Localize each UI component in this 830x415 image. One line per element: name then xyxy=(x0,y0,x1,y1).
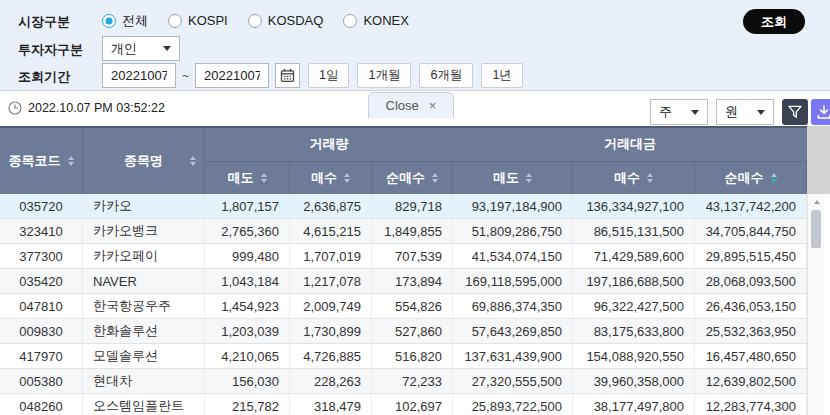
filter-button[interactable] xyxy=(782,99,808,125)
sort-arrows-icon[interactable] xyxy=(68,156,74,166)
table-row[interactable]: 047810 한국항공우주 1,454,923 2,009,749 554,82… xyxy=(0,294,807,319)
investor-type-select[interactable]: 개인 xyxy=(102,36,180,61)
vertical-scrollbar[interactable] xyxy=(807,194,824,415)
cell-volume-sell: 1,807,157 xyxy=(205,194,290,218)
cell-volume-buy: 1,707,019 xyxy=(290,244,372,268)
sort-arrows-icon[interactable] xyxy=(344,173,350,183)
cell-volume-buy: 1,730,899 xyxy=(290,319,372,343)
scrollbar-thumb[interactable] xyxy=(811,210,821,248)
market-type-radio-group: 전체 KOSPI KOSDAQ KONEX xyxy=(102,8,409,33)
radio-selected-icon[interactable] xyxy=(102,14,116,28)
cell-volume-net: 829,718 xyxy=(372,194,453,218)
cell-volume-net: 1,849,855 xyxy=(372,219,453,243)
cell-amount-net: 25,532,363,950 xyxy=(695,319,807,343)
calendar-icon xyxy=(280,68,295,83)
cell-code: 417970 xyxy=(0,344,83,368)
table-body: 035720 카카오 1,807,157 2,636,875 829,718 9… xyxy=(0,194,807,415)
radio-option-kospi[interactable]: KOSPI xyxy=(168,13,228,28)
cell-amount-buy: 96,322,427,500 xyxy=(573,294,695,318)
sort-arrows-icon[interactable] xyxy=(432,173,438,183)
cell-volume-buy: 228,263 xyxy=(290,369,372,393)
close-icon[interactable]: × xyxy=(429,98,437,113)
column-header-amount-net[interactable]: 순매수 xyxy=(695,162,807,195)
cell-code: 048260 xyxy=(0,394,83,415)
cell-volume-sell: 2,765,360 xyxy=(205,219,290,243)
column-header-amount-sell[interactable]: 매도 xyxy=(453,162,573,195)
cell-name: 모델솔루션 xyxy=(83,344,205,368)
chevron-down-icon xyxy=(163,46,171,51)
column-header-volume-net[interactable]: 순매수 xyxy=(372,162,453,195)
table-row[interactable]: 323410 카카오뱅크 2,765,360 4,615,215 1,849,8… xyxy=(0,219,807,244)
cell-name: 한국항공우주 xyxy=(83,294,205,318)
radio-option-label: 전체 xyxy=(122,12,148,30)
sort-arrows-icon[interactable] xyxy=(261,173,267,183)
cell-name: 한화솔루션 xyxy=(83,319,205,343)
cell-code: 005380 xyxy=(0,369,83,393)
cell-volume-buy: 4,615,215 xyxy=(290,219,372,243)
cell-amount-buy: 39,960,358,000 xyxy=(573,369,695,393)
radio-option-all[interactable]: 전체 xyxy=(102,12,148,30)
cell-amount-sell: 51,809,286,750 xyxy=(453,219,573,243)
cell-volume-net: 173,894 xyxy=(372,269,453,293)
cell-volume-buy: 4,726,885 xyxy=(290,344,372,368)
column-header-volume-sell[interactable]: 매도 xyxy=(205,162,290,195)
radio-unselected-icon[interactable] xyxy=(168,14,182,28)
scroll-up-icon[interactable] xyxy=(808,194,825,210)
cell-amount-buy: 71,429,589,600 xyxy=(573,244,695,268)
unit-share-value: 주 xyxy=(659,103,672,121)
cell-volume-sell: 215,782 xyxy=(205,394,290,415)
date-from-input[interactable] xyxy=(102,63,176,88)
column-header-volume-buy[interactable]: 매수 xyxy=(290,162,372,195)
timestamp-text: 2022.10.07 PM 03:52:22 xyxy=(28,101,165,115)
sort-arrows-icon[interactable] xyxy=(647,173,653,183)
table-row[interactable]: 005380 현대차 156,030 228,263 72,233 27,320… xyxy=(0,369,807,394)
column-header-code[interactable]: 종목코드 xyxy=(0,128,83,194)
cell-code: 035720 xyxy=(0,194,83,218)
range-1year-button[interactable]: 1년 xyxy=(481,63,522,88)
sort-arrows-icon[interactable] xyxy=(526,173,532,183)
radio-option-konex[interactable]: KONEX xyxy=(343,13,409,28)
table-row[interactable]: 048260 오스템임플란트 215,782 318,479 102,697 2… xyxy=(0,394,807,415)
unit-currency-select[interactable]: 원 xyxy=(716,99,774,125)
sort-arrows-icon[interactable] xyxy=(771,173,777,183)
cell-volume-buy: 1,217,078 xyxy=(290,269,372,293)
column-header-name[interactable]: 종목명 xyxy=(83,128,205,194)
cell-name: NAVER xyxy=(83,269,205,293)
cell-amount-buy: 38,177,497,800 xyxy=(573,394,695,415)
column-header-label: 순매수 xyxy=(725,169,764,187)
cell-name: 오스템임플란트 xyxy=(83,394,205,415)
table-row[interactable]: 377300 카카오페이 999,480 1,707,019 707,539 4… xyxy=(0,244,807,269)
close-tab-label: Close xyxy=(386,98,419,113)
group-header-amount: 거래대금 xyxy=(453,128,807,162)
table-row[interactable]: 417970 모델솔루션 4,210,065 4,726,885 516,820… xyxy=(0,344,807,369)
download-button[interactable] xyxy=(811,99,830,125)
table-row[interactable]: 035720 카카오 1,807,157 2,636,875 829,718 9… xyxy=(0,194,807,219)
range-1day-button[interactable]: 1일 xyxy=(308,63,349,88)
close-tab[interactable]: Close × xyxy=(368,92,454,118)
cell-amount-sell: 169,118,595,000 xyxy=(453,269,573,293)
range-6month-button[interactable]: 6개월 xyxy=(419,63,473,88)
radio-unselected-icon[interactable] xyxy=(343,14,357,28)
column-group-amount: 거래대금 매도 매수 순매수 xyxy=(453,128,807,194)
cell-amount-buy: 136,334,927,100 xyxy=(573,194,695,218)
table-row[interactable]: 009830 한화솔루션 1,203,039 1,730,899 527,860… xyxy=(0,319,807,344)
column-header-amount-buy[interactable]: 매수 xyxy=(573,162,695,195)
range-1month-button[interactable]: 1개월 xyxy=(357,63,411,88)
cell-amount-buy: 86,515,131,500 xyxy=(573,219,695,243)
query-button[interactable]: 조회 xyxy=(743,9,805,34)
cell-volume-buy: 2,636,875 xyxy=(290,194,372,218)
radio-option-kosdaq[interactable]: KOSDAQ xyxy=(248,13,324,28)
table-row[interactable]: 035420 NAVER 1,043,184 1,217,078 173,894… xyxy=(0,269,807,294)
cell-name: 카카오페이 xyxy=(83,244,205,268)
cell-amount-net: 43,137,742,200 xyxy=(695,194,807,218)
cell-amount-sell: 57,643,269,850 xyxy=(453,319,573,343)
date-to-input[interactable] xyxy=(195,63,269,88)
cell-volume-net: 554,826 xyxy=(372,294,453,318)
calendar-button[interactable] xyxy=(275,63,300,88)
sort-arrows-icon[interactable] xyxy=(190,156,196,166)
cell-amount-net: 28,068,093,500 xyxy=(695,269,807,293)
radio-unselected-icon[interactable] xyxy=(248,14,262,28)
subheader-row: 매도 매수 순매수 xyxy=(205,162,453,195)
cell-volume-net: 102,697 xyxy=(372,394,453,415)
unit-share-select[interactable]: 주 xyxy=(650,99,708,125)
